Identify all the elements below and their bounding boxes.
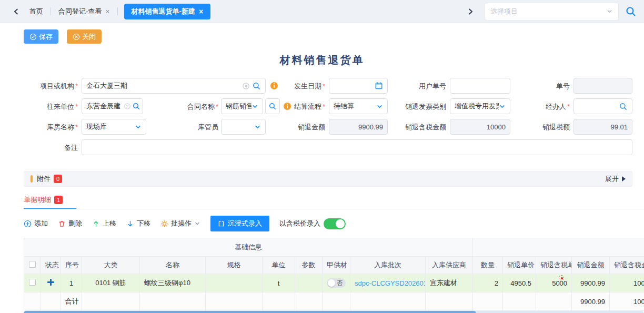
- global-search-icon[interactable]: [625, 6, 637, 17]
- tabs-scroll-left-icon[interactable]: [11, 6, 22, 17]
- warehouse-select[interactable]: 现场库: [82, 119, 146, 135]
- total-empty-cell: [206, 292, 263, 311]
- row-spec-cell[interactable]: [206, 274, 263, 292]
- return-amount-tax-label: 销退含税金额: [405, 119, 446, 135]
- group-header-amounts: [473, 238, 644, 257]
- col-spec: 规格: [206, 257, 263, 274]
- brackets-icon: [218, 220, 225, 227]
- tax-entry-toggle[interactable]: [324, 218, 346, 229]
- clear-icon[interactable]: [124, 103, 131, 110]
- batch-operations-button[interactable]: 批操作: [160, 219, 200, 228]
- warehouse-keeper-label: 库管员: [158, 119, 218, 135]
- tab-contract-view[interactable]: 合同登记-查看 ×: [51, 4, 117, 19]
- contract-label: 合同名称*: [158, 98, 218, 114]
- agent-label: 经办人*: [526, 98, 570, 114]
- counterparty-input[interactable]: 东营金辰建: [82, 98, 143, 114]
- user-no-input[interactable]: [450, 78, 510, 94]
- owner-supplied-toggle[interactable]: 否: [327, 278, 346, 288]
- tab-detail-lines[interactable]: 单据明细 1: [24, 195, 63, 209]
- agent-input[interactable]: [573, 98, 632, 114]
- col-category: 大类: [82, 257, 140, 274]
- add-row-button[interactable]: 添加: [24, 219, 48, 228]
- immersive-entry-button[interactable]: 沉浸式录入: [210, 216, 269, 231]
- project-input[interactable]: 金石大厦三期: [82, 78, 266, 94]
- tab-close-icon[interactable]: ×: [199, 8, 203, 15]
- col-inbound-batch: 入库批次: [350, 257, 426, 274]
- row-price-tax-cell[interactable]: 5000: [536, 274, 572, 292]
- horizontal-scrollbar[interactable]: [24, 311, 644, 313]
- doc-no-label: 单号: [526, 78, 570, 94]
- row-inbound-supplier-cell[interactable]: 宜东建材: [426, 274, 473, 292]
- total-empty-cell: [536, 292, 572, 311]
- remark-input[interactable]: [82, 139, 632, 155]
- delete-row-label: 删除: [68, 219, 82, 228]
- toggle-knob-icon: [336, 219, 345, 228]
- tabs-scroll-right-icon[interactable]: [465, 6, 476, 17]
- col-name: 名称: [140, 257, 206, 274]
- total-empty-cell: [503, 292, 536, 311]
- plus-circle-icon: [24, 220, 32, 228]
- tab-material-return-new[interactable]: 材料销售退货单-新建 ×: [124, 4, 211, 19]
- col-amount: 销退金额: [572, 257, 610, 274]
- select-all-checkbox[interactable]: [29, 261, 36, 268]
- gear-icon: [160, 220, 168, 228]
- search-icon[interactable]: [619, 102, 628, 111]
- row-name-cell[interactable]: 螺纹三级钢φ10: [140, 274, 206, 292]
- scrollbar-thumb[interactable]: [24, 311, 476, 313]
- search-icon[interactable]: [252, 82, 261, 90]
- return-tax-input: 99.01: [573, 119, 632, 135]
- settle-flow-select[interactable]: 待结算: [329, 98, 388, 114]
- col-price: 销退单价: [503, 257, 536, 274]
- search-icon[interactable]: [132, 102, 140, 110]
- invoice-type-select[interactable]: 增值税专用发票: [450, 98, 510, 114]
- attachment-count-badge: 0: [54, 175, 62, 183]
- total-empty-cell: [82, 292, 140, 311]
- tab-baseline: [24, 209, 644, 209]
- calendar-icon[interactable]: [375, 82, 383, 90]
- clear-icon[interactable]: [242, 82, 250, 90]
- contract-select[interactable]: 钢筋销售: [221, 98, 263, 114]
- contract-value: 钢筋销售: [226, 102, 251, 111]
- total-empty-cell: [24, 292, 41, 311]
- row-qty-cell[interactable]: 2: [473, 274, 503, 292]
- warehouse-keeper-select[interactable]: [221, 119, 266, 135]
- occur-date-input[interactable]: [329, 78, 388, 94]
- invoice-type-value: 增值税专用发票: [455, 102, 499, 111]
- attachment-bar[interactable]: 附件 0 展开: [24, 171, 632, 187]
- return-amount-label: 销退金额: [293, 119, 325, 135]
- tab-close-icon[interactable]: ×: [105, 8, 109, 15]
- info-icon[interactable]: [283, 102, 291, 110]
- move-up-button[interactable]: 上移: [92, 219, 116, 228]
- save-button[interactable]: 保存: [24, 29, 58, 44]
- row-price-cell[interactable]: 4950.5: [503, 274, 536, 292]
- detail-table: 基础信息 状态 序号 大类 名称 规格 单位 参数 甲供材 入库批次 入库供应商…: [24, 238, 644, 311]
- close-button[interactable]: 关闭: [67, 29, 102, 44]
- return-tax-label: 销退税额: [526, 119, 570, 135]
- total-label-cell: 合计: [61, 292, 82, 311]
- row-category-cell[interactable]: 0101 钢筋: [82, 274, 140, 292]
- chevron-down-icon: [499, 103, 506, 110]
- user-no-label: 用户单号: [400, 78, 446, 94]
- info-icon[interactable]: [270, 82, 278, 90]
- row-unit-cell[interactable]: t: [263, 274, 295, 292]
- tab-home[interactable]: 首页: [22, 4, 51, 19]
- settle-flow-label: 结算流程*: [293, 98, 325, 114]
- delete-row-button[interactable]: 删除: [58, 219, 82, 228]
- detail-tab-label: 单据明细: [24, 195, 51, 205]
- arrow-down-icon: [126, 220, 134, 228]
- x-circle-icon: [73, 33, 80, 41]
- settle-flow-value: 待结算: [334, 102, 354, 111]
- detail-table-wrap: 基础信息 状态 序号 大类 名称 规格 单位 参数 甲供材 入库批次 入库供应商…: [24, 238, 644, 311]
- inbound-batch-link[interactable]: sdpc-CLCGYSD2026010: [355, 279, 426, 287]
- contract-search-button[interactable]: [265, 98, 280, 114]
- row-inbound-batch-cell: sdpc-CLCGYSD2026010: [350, 274, 426, 292]
- counterparty-label: 往来单位*: [0, 98, 78, 114]
- expand-button[interactable]: 展开: [605, 174, 626, 184]
- col-price-tax: 销退含税单价: [536, 257, 572, 274]
- total-empty-cell: [350, 292, 426, 311]
- row-checkbox[interactable]: [29, 279, 36, 286]
- row-param-cell[interactable]: [295, 274, 323, 292]
- move-down-button[interactable]: 下移: [126, 219, 150, 228]
- project-select[interactable]: 选择项目: [485, 3, 619, 21]
- move-up-label: 上移: [103, 219, 116, 228]
